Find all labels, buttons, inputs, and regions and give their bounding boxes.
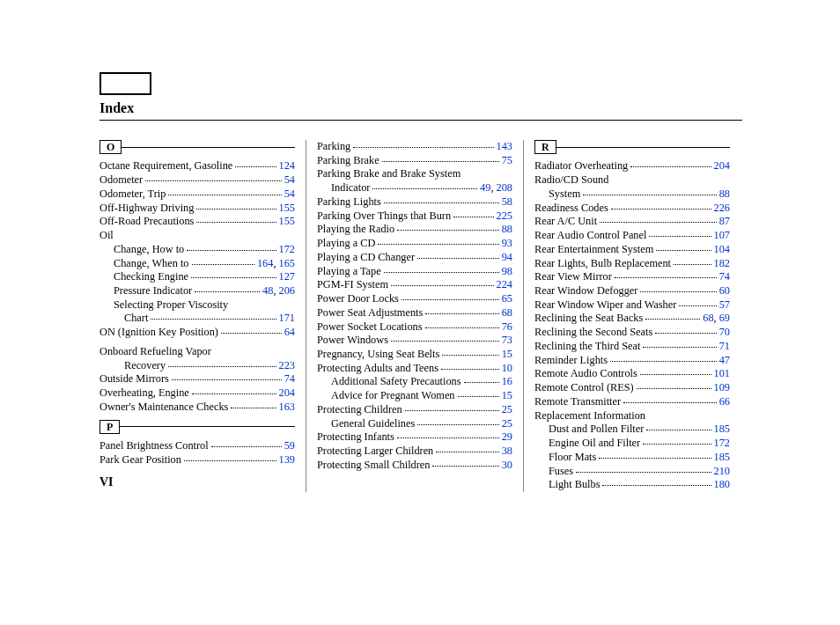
page-link[interactable]: 109	[714, 381, 730, 393]
index-entry: Light Bulbs180	[534, 478, 730, 492]
page-link[interactable]: 15	[502, 348, 512, 360]
leader-dots	[384, 272, 499, 273]
page-link[interactable]: 93	[502, 237, 512, 249]
index-entry: Change, How to172	[99, 243, 295, 257]
page-link[interactable]: 73	[502, 334, 512, 346]
page-link[interactable]: 10	[502, 362, 512, 374]
page-link[interactable]: 54	[284, 173, 295, 186]
page-link[interactable]: 172	[714, 437, 730, 449]
page-link[interactable]: 104	[714, 243, 730, 255]
page-link[interactable]: 165	[279, 257, 295, 269]
page-link[interactable]: 69	[719, 312, 730, 324]
page-link[interactable]: 65	[502, 292, 512, 305]
index-entry-pages: 185	[714, 423, 730, 437]
index-entry: Rear Entertainment System104	[534, 243, 730, 257]
page-link[interactable]: 180	[714, 478, 730, 490]
page-link[interactable]: 76	[502, 320, 512, 333]
index-entry: Remote Audio Controls101	[534, 367, 730, 381]
index-entry: Fuses210	[534, 465, 730, 479]
page-link[interactable]: 163	[279, 401, 295, 413]
leader-dots	[195, 291, 260, 292]
index-entry-label: Rear Window Defogger	[534, 284, 637, 298]
leader-dots	[231, 408, 276, 408]
index-entry-pages: 107	[714, 229, 730, 243]
page-link[interactable]: 225	[497, 210, 512, 222]
page-link[interactable]: 38	[502, 445, 512, 457]
index-entry: Playing the Radio88	[317, 223, 512, 237]
index-entry: Chart171	[99, 312, 295, 326]
page-link[interactable]: 155	[279, 215, 295, 227]
page-link[interactable]: 98	[502, 265, 512, 277]
page-link[interactable]: 60	[719, 284, 730, 297]
page-link[interactable]: 107	[714, 229, 730, 241]
page-link[interactable]: 16	[502, 375, 512, 387]
index-entry-pages: 182	[714, 257, 730, 271]
leader-dots	[405, 410, 499, 411]
letter-rule	[120, 426, 295, 427]
page-link[interactable]: 124	[279, 159, 295, 172]
page-link[interactable]: 164	[257, 257, 273, 269]
index-entry-label: Power Socket Locations	[317, 320, 423, 335]
index-entry: Playing a CD93	[317, 237, 512, 251]
index-entry-pages: 155	[279, 215, 295, 229]
page-link[interactable]: 49	[480, 181, 490, 194]
page-link[interactable]: 182	[714, 257, 730, 269]
page-link[interactable]: 226	[714, 202, 730, 214]
index-entry-label: Remote Control (RES)	[534, 381, 634, 395]
page-link[interactable]: 224	[497, 278, 512, 290]
page-link[interactable]: 68	[502, 306, 512, 319]
page-link[interactable]: 185	[714, 423, 730, 435]
page-link[interactable]: 58	[502, 195, 512, 208]
page-link[interactable]: 155	[279, 202, 295, 214]
page-link[interactable]: 208	[497, 181, 512, 194]
leader-dots	[610, 361, 717, 362]
index-entry: Power Windows73	[317, 334, 512, 348]
index-entry-label: Chart	[124, 312, 148, 326]
index-entry-label: Advice for Pregnant Women	[331, 389, 455, 403]
page-link[interactable]: 206	[279, 284, 295, 297]
page-link[interactable]: 88	[502, 223, 512, 235]
page-link[interactable]: 127	[279, 270, 295, 283]
page-link[interactable]: 68	[703, 312, 713, 324]
leader-dots	[576, 472, 711, 473]
index-entry-label: Rear Entertainment System	[534, 243, 653, 257]
page-link[interactable]: 25	[502, 417, 512, 430]
page-link[interactable]: 74	[719, 270, 730, 283]
page-link[interactable]: 88	[719, 188, 730, 200]
page-link[interactable]: 70	[719, 326, 730, 338]
page-link[interactable]: 143	[497, 140, 512, 152]
page-link[interactable]: 185	[714, 451, 730, 463]
page-link[interactable]: 204	[714, 159, 730, 172]
index-entry-pages: 101	[714, 367, 730, 381]
page-link[interactable]: 47	[719, 354, 730, 366]
page-link[interactable]: 101	[714, 367, 730, 379]
page-link[interactable]: 25	[502, 403, 512, 415]
page-link[interactable]: 94	[502, 251, 512, 263]
page-link[interactable]: 172	[279, 243, 295, 255]
page-link[interactable]: 66	[719, 395, 730, 408]
page-link[interactable]: 139	[279, 453, 295, 466]
page-link[interactable]: 29	[502, 430, 512, 443]
leader-dots	[372, 188, 477, 189]
page-link[interactable]: 59	[284, 439, 295, 452]
index-entry-pages: 185	[714, 451, 730, 465]
page-link[interactable]: 48	[262, 284, 273, 297]
index-entry-label: Radio/CD Sound	[534, 173, 730, 188]
page-link[interactable]: 87	[719, 215, 730, 227]
page-link[interactable]: 71	[719, 340, 730, 352]
page-link[interactable]: 15	[502, 389, 512, 401]
leader-dots	[674, 264, 711, 265]
page-link[interactable]: 64	[284, 326, 295, 338]
page-link[interactable]: 171	[279, 312, 295, 324]
page-link[interactable]: 210	[714, 465, 730, 477]
leader-dots	[425, 313, 498, 314]
page-link[interactable]: 223	[279, 359, 295, 371]
page-link[interactable]: 54	[284, 188, 295, 200]
index-entry-pages: 30	[502, 459, 512, 473]
page-link[interactable]: 75	[502, 154, 512, 166]
page-link[interactable]: 30	[502, 459, 512, 471]
page-link[interactable]: 204	[279, 386, 295, 399]
index-entry-pages: 70	[719, 326, 730, 340]
page-link[interactable]: 74	[284, 372, 295, 385]
page-link[interactable]: 57	[719, 298, 730, 311]
